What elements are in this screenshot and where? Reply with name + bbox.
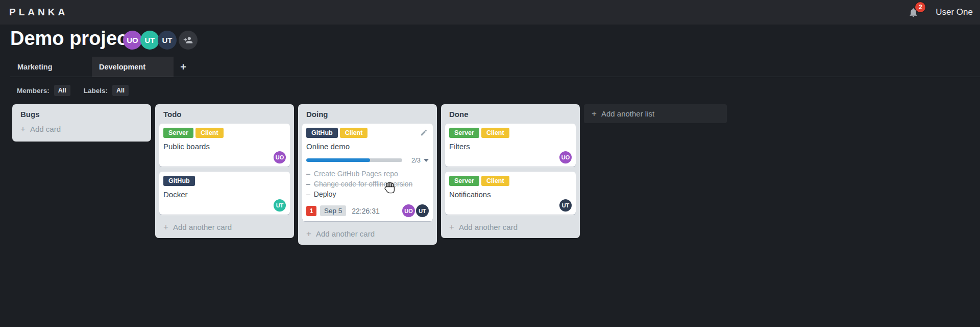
label-client[interactable]: Client: [195, 128, 224, 138]
add-board-button[interactable]: +: [176, 57, 191, 77]
label-server[interactable]: Server: [449, 128, 479, 138]
card-title: Notifications: [449, 190, 572, 199]
person-add-icon: [183, 35, 193, 45]
label-server[interactable]: Server: [449, 176, 479, 186]
add-member-button[interactable]: [179, 31, 198, 50]
planka-app: PLANKA 2 User One Demo project UO UT UT …: [0, 0, 980, 327]
add-card-button[interactable]: + Add card: [12, 122, 151, 140]
plus-icon: +: [163, 223, 168, 231]
member-avatar[interactable]: UO: [123, 31, 142, 50]
card-labels: Server Client: [449, 128, 572, 138]
list-title[interactable]: Doing: [298, 104, 437, 122]
label-client[interactable]: Client: [481, 128, 509, 138]
card-member-avatar[interactable]: UT: [274, 199, 286, 212]
list-title[interactable]: Todo: [155, 104, 294, 122]
add-card-button[interactable]: + Add another card: [155, 220, 294, 238]
card-member-avatar[interactable]: UT: [416, 204, 429, 217]
add-card-button[interactable]: + Add another card: [441, 220, 580, 238]
top-bar: PLANKA 2 User One: [0, 0, 980, 25]
notifications-button[interactable]: 2: [908, 6, 920, 18]
list-todo: Todo Server Client Public boards UO GitH…: [155, 104, 294, 238]
edit-card-icon[interactable]: [420, 129, 428, 136]
task-progress-ratio: 2/3: [411, 156, 421, 164]
card-title: Online demo: [306, 142, 429, 151]
card-notification-badge: 1: [306, 206, 316, 216]
tab-development[interactable]: Development: [92, 57, 174, 77]
card-title: Filters: [449, 142, 572, 151]
card-member-avatar[interactable]: UT: [559, 199, 572, 212]
card-online-demo[interactable]: GitHub Client Online demo 2/3 Create Git…: [302, 124, 433, 221]
task-progress-fill: [306, 158, 370, 162]
add-card-label: Add another card: [459, 223, 518, 231]
labels-filter-label: Labels:: [84, 87, 108, 95]
list-title[interactable]: Done: [441, 104, 580, 122]
tasks-progress: 2/3: [306, 156, 429, 164]
due-date-badge[interactable]: Sep 5: [320, 205, 346, 216]
card-member-avatar[interactable]: UO: [559, 151, 572, 164]
card-notifications[interactable]: Server Client Notifications UT: [445, 172, 576, 215]
add-card-label: Add another card: [173, 223, 232, 231]
task-list: Create GitHub Pages repo Change code for…: [306, 169, 429, 199]
label-github[interactable]: GitHub: [163, 176, 195, 186]
topbar-right: 2 User One: [908, 0, 973, 25]
plus-icon: +: [20, 125, 26, 133]
list-bugs: Bugs + Add card: [12, 104, 151, 142]
task-item[interactable]: Deploy: [306, 189, 429, 199]
card-footer: 1 Sep 5 22:26:31 UO UT: [306, 204, 429, 217]
card-docker[interactable]: GitHub Docker UT: [159, 172, 290, 215]
member-avatar[interactable]: UT: [140, 31, 159, 50]
members-filter-label: Members:: [17, 87, 50, 95]
stopwatch-value[interactable]: 22:26:31: [352, 207, 380, 215]
board-filters: Members: All Labels: All: [17, 85, 129, 96]
add-list-label: Add another list: [601, 109, 654, 118]
card-members: UO UT: [402, 204, 429, 217]
add-card-label: Add another card: [316, 229, 375, 238]
tab-marketing[interactable]: Marketing: [10, 57, 92, 77]
card-labels: Server Client: [163, 128, 286, 138]
label-github[interactable]: GitHub: [306, 128, 338, 138]
chevron-down-icon[interactable]: [424, 159, 429, 162]
card-member-avatar[interactable]: UO: [274, 151, 286, 164]
list-title[interactable]: Bugs: [12, 104, 151, 122]
labels-filter-value[interactable]: All: [112, 85, 129, 96]
card-labels: Server Client: [449, 176, 572, 186]
member-avatar[interactable]: UT: [158, 31, 177, 50]
user-menu[interactable]: User One: [936, 7, 973, 17]
label-server[interactable]: Server: [163, 128, 193, 138]
project-title[interactable]: Demo project: [10, 28, 134, 50]
label-client[interactable]: Client: [340, 128, 368, 138]
notification-badge: 2: [915, 2, 925, 12]
card-title: Docker: [163, 190, 286, 199]
add-card-button[interactable]: + Add another card: [298, 226, 437, 245]
card-filters[interactable]: Server Client Filters UO: [445, 124, 576, 167]
card-member-avatar[interactable]: UO: [402, 204, 415, 217]
task-item[interactable]: Change code for offline version: [306, 179, 429, 189]
app-logo[interactable]: PLANKA: [9, 0, 68, 25]
card-labels: GitHub Client: [306, 128, 429, 138]
plus-icon: +: [592, 110, 597, 118]
card-public-boards[interactable]: Server Client Public boards UO: [159, 124, 290, 167]
project-members: UO UT UT: [123, 31, 198, 50]
label-client[interactable]: Client: [481, 176, 509, 186]
list-done: Done Server Client Filters UO Server Cli…: [441, 104, 580, 238]
plus-icon: +: [449, 223, 454, 231]
add-list-button[interactable]: + Add another list: [584, 104, 727, 123]
card-labels: GitHub: [163, 176, 286, 186]
task-progress-bar[interactable]: [306, 158, 402, 162]
card-title: Public boards: [163, 142, 286, 151]
list-doing: Doing GitHub Client Online demo 2/3: [298, 104, 437, 245]
members-filter-value[interactable]: All: [54, 85, 70, 96]
task-item[interactable]: Create GitHub Pages repo: [306, 169, 429, 179]
plus-icon: +: [306, 230, 311, 238]
add-card-label: Add card: [30, 125, 61, 133]
